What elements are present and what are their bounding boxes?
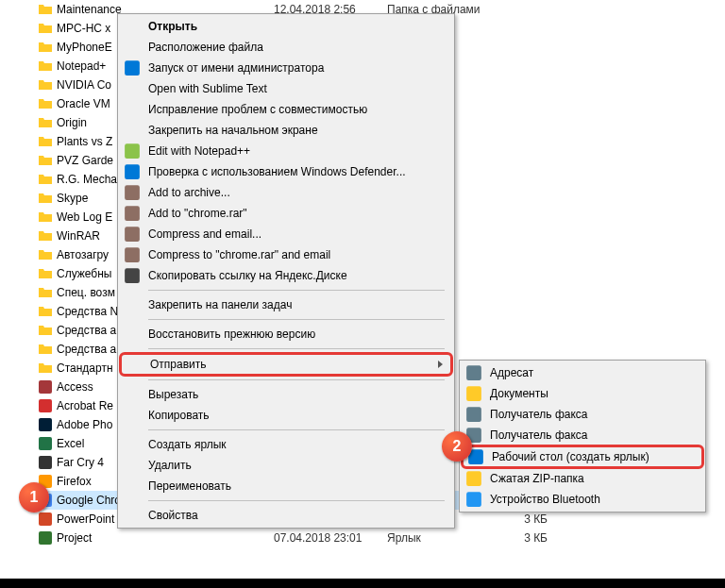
notepad-icon <box>124 143 141 160</box>
folder-icon <box>38 153 53 168</box>
svg-rect-1 <box>39 399 52 412</box>
folder-icon <box>38 191 53 206</box>
menu-label: Проверка с использованием Windows Defend… <box>148 165 445 178</box>
menu-item[interactable]: Закрепить на начальном экране <box>120 120 452 141</box>
winrar-icon <box>124 226 141 243</box>
menu-item[interactable]: Создать ярлык <box>120 434 452 455</box>
submenu-item[interactable]: Устройство Bluetooth <box>462 489 703 510</box>
documents-icon <box>465 385 482 402</box>
submenu-arrow-icon <box>438 361 443 368</box>
menu-item[interactable]: Восстановить прежнюю версию <box>120 324 452 344</box>
defender-icon <box>124 163 141 180</box>
menu-item[interactable]: Свойства <box>120 505 452 526</box>
menu-label: Восстановить прежнюю версию <box>148 328 445 341</box>
menu-item[interactable]: Скопировать ссылку на Яндекс.Диске <box>120 265 452 286</box>
folder-icon <box>38 228 53 244</box>
menu-label: Закрепить на начальном экране <box>148 124 445 137</box>
menu-item[interactable]: Закрепить на панели задач <box>120 294 452 315</box>
excel-icon <box>38 436 53 451</box>
file-name: Project <box>57 531 274 545</box>
file-size: 3 КБ <box>500 531 548 545</box>
menu-item[interactable]: Удалить <box>120 455 452 476</box>
folder-icon <box>38 304 53 319</box>
menu-label: Add to "chrome.rar" <box>148 207 445 220</box>
menu-item[interactable]: Add to "chrome.rar" <box>120 203 452 224</box>
fax-icon <box>465 406 482 423</box>
svg-rect-11 <box>125 164 140 179</box>
svg-rect-12 <box>125 185 140 200</box>
file-row[interactable]: Project 07.04.2018 23:01 Ярлык 3 КБ <box>38 529 699 547</box>
menu-item[interactable]: Открыть <box>120 16 452 37</box>
submenu-label: Адресат <box>490 366 696 379</box>
folder-icon <box>38 323 53 338</box>
menu-item[interactable]: Edit with Notepad++ <box>120 141 452 161</box>
bottom-border <box>0 579 725 588</box>
menu-label: Edit with Notepad++ <box>148 144 445 158</box>
svg-rect-8 <box>39 531 52 545</box>
submenu-label: Рабочий стол (создать ярлык) <box>492 450 694 463</box>
menu-item[interactable]: Копировать <box>120 405 452 426</box>
submenu-label: Устройство Bluetooth <box>490 493 696 506</box>
acrobat-icon <box>38 398 53 413</box>
farcry-icon <box>38 455 53 470</box>
photoshop-icon <box>38 417 53 432</box>
menu-item[interactable]: Compress and email... <box>120 224 452 244</box>
menu-label: Исправление проблем с совместимостью <box>148 103 445 116</box>
folder-icon <box>38 266 53 281</box>
file-type: Ярлык <box>387 531 500 545</box>
submenu-item[interactable]: Документы <box>462 383 703 404</box>
menu-label: Закрепить на панели задач <box>148 298 445 311</box>
svg-rect-19 <box>466 407 481 422</box>
shield-icon <box>124 59 141 76</box>
menu-item[interactable]: Add to archive... <box>120 182 452 203</box>
folder-icon <box>38 210 53 225</box>
svg-rect-3 <box>39 437 52 450</box>
winrar-icon <box>124 246 141 263</box>
powerpoint-icon <box>38 512 53 527</box>
svg-rect-16 <box>125 268 140 283</box>
menu-separator <box>148 500 445 501</box>
menu-separator <box>148 429 445 430</box>
menu-label: Копировать <box>148 409 445 422</box>
svg-rect-23 <box>466 492 481 507</box>
menu-label: Compress and email... <box>148 227 445 241</box>
folder-icon <box>38 247 53 262</box>
submenu-item[interactable]: Рабочий стол (создать ярлык) <box>461 445 704 469</box>
context-menu-send-to: АдресатДокументыПолучатель факсаПолучате… <box>459 360 706 512</box>
menu-item[interactable]: Расположение файла <box>120 37 452 58</box>
menu-item[interactable]: Исправление проблем с совместимостью <box>120 99 452 120</box>
submenu-label: Получатель факса <box>490 408 696 421</box>
context-menu-main: ОткрытьРасположение файлаЗапуск от имени… <box>117 13 455 529</box>
winrar-icon <box>124 184 141 201</box>
folder-icon <box>38 115 53 130</box>
folder-icon <box>38 59 53 74</box>
svg-rect-15 <box>125 247 140 262</box>
submenu-label: Сжатая ZIP-папка <box>490 472 696 485</box>
zip-icon <box>465 470 482 487</box>
submenu-label: Документы <box>490 387 696 400</box>
access-icon <box>38 379 53 395</box>
submenu-item[interactable]: Получатель факса <box>462 404 703 425</box>
menu-item[interactable]: Вырезать <box>120 384 452 405</box>
file-date: 07.04.2018 23:01 <box>274 531 387 545</box>
menu-label: Open with Sublime Text <box>148 82 445 95</box>
svg-rect-9 <box>125 60 140 76</box>
svg-rect-17 <box>466 365 481 380</box>
submenu-item[interactable]: Получатель факса <box>462 425 703 445</box>
menu-item[interactable]: Compress to "chrome.rar" and email <box>120 244 452 265</box>
folder-icon <box>38 21 53 36</box>
submenu-item[interactable]: Адресат <box>462 362 703 383</box>
folder-icon <box>38 134 53 149</box>
menu-item[interactable]: Проверка с использованием Windows Defend… <box>120 161 452 182</box>
menu-separator <box>148 348 445 349</box>
menu-item[interactable]: Open with Sublime Text <box>120 78 452 99</box>
menu-label: Скопировать ссылку на Яндекс.Диске <box>148 269 445 282</box>
svg-rect-18 <box>466 386 481 401</box>
menu-item[interactable]: Переименовать <box>120 476 452 496</box>
menu-item[interactable]: Запуск от имени администратора <box>120 58 452 78</box>
winrar-icon <box>124 205 141 222</box>
svg-rect-4 <box>39 456 52 469</box>
submenu-item[interactable]: Сжатая ZIP-папка <box>462 468 703 489</box>
folder-icon <box>38 361 53 376</box>
menu-item[interactable]: Отправить <box>119 352 453 377</box>
